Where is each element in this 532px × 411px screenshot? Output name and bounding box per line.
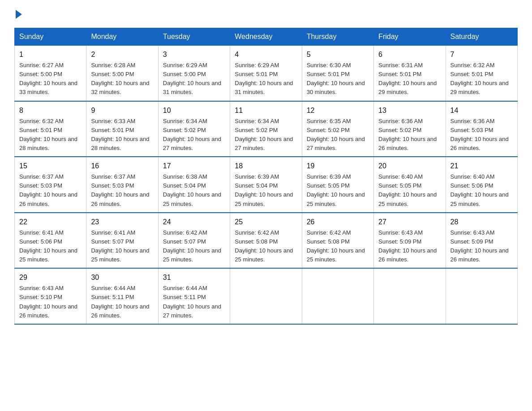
day-detail: Sunrise: 6:32 AMSunset: 5:01 PMDaylight:… [450,62,509,95]
calendar-table: SundayMondayTuesdayWednesdayThursdayFrid… [14,28,518,325]
header-tuesday: Tuesday [158,28,230,46]
day-cell-25: 25 Sunrise: 6:42 AMSunset: 5:08 PMDaylig… [230,213,302,269]
day-detail: Sunrise: 6:41 AMSunset: 5:06 PMDaylight:… [19,229,77,263]
day-number: 21 [450,161,513,171]
day-cell-24: 24 Sunrise: 6:42 AMSunset: 5:07 PMDaylig… [158,213,230,269]
day-number: 23 [91,217,153,227]
day-cell-2: 2 Sunrise: 6:28 AMSunset: 5:00 PMDayligh… [86,46,158,101]
day-number: 7 [450,49,513,60]
day-detail: Sunrise: 6:44 AMSunset: 5:11 PMDaylight:… [163,285,221,318]
day-number: 29 [19,272,82,283]
day-cell-28: 28 Sunrise: 6:43 AMSunset: 5:09 PMDaylig… [446,213,517,269]
day-detail: Sunrise: 6:39 AMSunset: 5:05 PMDaylight:… [307,173,365,207]
day-detail: Sunrise: 6:40 AMSunset: 5:05 PMDaylight:… [378,173,437,207]
day-number: 12 [307,105,369,116]
day-detail: Sunrise: 6:43 AMSunset: 5:09 PMDaylight:… [378,229,437,263]
day-detail: Sunrise: 6:36 AMSunset: 5:02 PMDaylight:… [378,118,437,151]
day-number: 20 [378,161,441,171]
day-detail: Sunrise: 6:39 AMSunset: 5:04 PMDaylight:… [235,173,293,207]
day-number: 22 [19,217,82,227]
day-number: 30 [91,272,153,283]
week-row-3: 15 Sunrise: 6:37 AMSunset: 5:03 PMDaylig… [15,157,518,213]
day-cell-5: 5 Sunrise: 6:30 AMSunset: 5:01 PMDayligh… [302,46,373,101]
day-cell-6: 6 Sunrise: 6:31 AMSunset: 5:01 PMDayligh… [374,46,446,101]
day-cell-20: 20 Sunrise: 6:40 AMSunset: 5:05 PMDaylig… [374,157,446,213]
day-cell-13: 13 Sunrise: 6:36 AMSunset: 5:02 PMDaylig… [374,101,446,157]
day-cell-9: 9 Sunrise: 6:33 AMSunset: 5:01 PMDayligh… [86,101,158,157]
day-number: 26 [307,217,369,227]
day-detail: Sunrise: 6:38 AMSunset: 5:04 PMDaylight:… [163,173,221,207]
day-cell-31: 31 Sunrise: 6:44 AMSunset: 5:11 PMDaylig… [158,268,230,324]
empty-cell [446,268,517,324]
day-number: 15 [19,161,82,171]
day-cell-26: 26 Sunrise: 6:42 AMSunset: 5:08 PMDaylig… [302,213,373,269]
header-saturday: Saturday [446,28,517,46]
day-number: 3 [163,49,225,60]
day-detail: Sunrise: 6:29 AMSunset: 5:00 PMDaylight:… [163,62,221,95]
day-cell-19: 19 Sunrise: 6:39 AMSunset: 5:05 PMDaylig… [302,157,373,213]
week-row-2: 8 Sunrise: 6:32 AMSunset: 5:01 PMDayligh… [15,101,518,157]
day-number: 24 [163,217,225,227]
day-detail: Sunrise: 6:43 AMSunset: 5:09 PMDaylight:… [450,229,509,263]
day-cell-29: 29 Sunrise: 6:43 AMSunset: 5:10 PMDaylig… [15,268,86,324]
day-cell-21: 21 Sunrise: 6:40 AMSunset: 5:06 PMDaylig… [446,157,517,213]
calendar-header-row: SundayMondayTuesdayWednesdayThursdayFrid… [15,28,518,46]
day-detail: Sunrise: 6:33 AMSunset: 5:01 PMDaylight:… [91,118,149,151]
week-row-5: 29 Sunrise: 6:43 AMSunset: 5:10 PMDaylig… [15,268,518,324]
day-number: 6 [378,49,441,60]
day-detail: Sunrise: 6:40 AMSunset: 5:06 PMDaylight:… [450,173,509,207]
empty-cell [302,268,373,324]
day-cell-1: 1 Sunrise: 6:27 AMSunset: 5:00 PMDayligh… [15,46,86,101]
logo [14,11,23,20]
day-number: 18 [235,161,297,171]
week-row-1: 1 Sunrise: 6:27 AMSunset: 5:00 PMDayligh… [15,46,518,101]
day-detail: Sunrise: 6:30 AMSunset: 5:01 PMDaylight:… [307,62,365,95]
day-cell-3: 3 Sunrise: 6:29 AMSunset: 5:00 PMDayligh… [158,46,230,101]
day-cell-27: 27 Sunrise: 6:43 AMSunset: 5:09 PMDaylig… [374,213,446,269]
day-cell-10: 10 Sunrise: 6:34 AMSunset: 5:02 PMDaylig… [158,101,230,157]
day-detail: Sunrise: 6:34 AMSunset: 5:02 PMDaylight:… [235,118,293,151]
day-cell-17: 17 Sunrise: 6:38 AMSunset: 5:04 PMDaylig… [158,157,230,213]
day-detail: Sunrise: 6:42 AMSunset: 5:08 PMDaylight:… [235,229,293,263]
day-number: 13 [378,105,441,116]
day-cell-11: 11 Sunrise: 6:34 AMSunset: 5:02 PMDaylig… [230,101,302,157]
day-detail: Sunrise: 6:35 AMSunset: 5:02 PMDaylight:… [307,118,365,151]
day-detail: Sunrise: 6:28 AMSunset: 5:00 PMDaylight:… [91,62,149,95]
header-friday: Friday [374,28,446,46]
day-number: 16 [91,161,153,171]
day-cell-23: 23 Sunrise: 6:41 AMSunset: 5:07 PMDaylig… [86,213,158,269]
day-number: 25 [235,217,297,227]
day-detail: Sunrise: 6:31 AMSunset: 5:01 PMDaylight:… [378,62,437,95]
day-cell-15: 15 Sunrise: 6:37 AMSunset: 5:03 PMDaylig… [15,157,86,213]
day-detail: Sunrise: 6:32 AMSunset: 5:01 PMDaylight:… [19,118,77,151]
day-number: 28 [450,217,513,227]
empty-cell [374,268,446,324]
day-number: 8 [19,105,82,116]
day-number: 5 [307,49,369,60]
empty-cell [230,268,302,324]
day-number: 1 [19,49,82,60]
day-number: 17 [163,161,225,171]
day-number: 4 [235,49,297,60]
day-detail: Sunrise: 6:36 AMSunset: 5:03 PMDaylight:… [450,118,509,151]
header-thursday: Thursday [302,28,373,46]
day-cell-16: 16 Sunrise: 6:37 AMSunset: 5:03 PMDaylig… [86,157,158,213]
day-detail: Sunrise: 6:44 AMSunset: 5:11 PMDaylight:… [91,285,149,318]
day-number: 31 [163,272,225,283]
day-cell-4: 4 Sunrise: 6:29 AMSunset: 5:01 PMDayligh… [230,46,302,101]
day-number: 11 [235,105,297,116]
day-cell-22: 22 Sunrise: 6:41 AMSunset: 5:06 PMDaylig… [15,213,86,269]
day-detail: Sunrise: 6:42 AMSunset: 5:08 PMDaylight:… [307,229,365,263]
day-cell-30: 30 Sunrise: 6:44 AMSunset: 5:11 PMDaylig… [86,268,158,324]
day-cell-7: 7 Sunrise: 6:32 AMSunset: 5:01 PMDayligh… [446,46,517,101]
day-detail: Sunrise: 6:34 AMSunset: 5:02 PMDaylight:… [163,118,221,151]
day-detail: Sunrise: 6:41 AMSunset: 5:07 PMDaylight:… [91,229,149,263]
header-sunday: Sunday [15,28,86,46]
day-detail: Sunrise: 6:27 AMSunset: 5:00 PMDaylight:… [19,62,77,95]
day-number: 10 [163,105,225,116]
day-detail: Sunrise: 6:29 AMSunset: 5:01 PMDaylight:… [235,62,293,95]
day-number: 2 [91,49,153,60]
header-wednesday: Wednesday [230,28,302,46]
day-cell-18: 18 Sunrise: 6:39 AMSunset: 5:04 PMDaylig… [230,157,302,213]
logo-triangle-icon [16,10,22,19]
